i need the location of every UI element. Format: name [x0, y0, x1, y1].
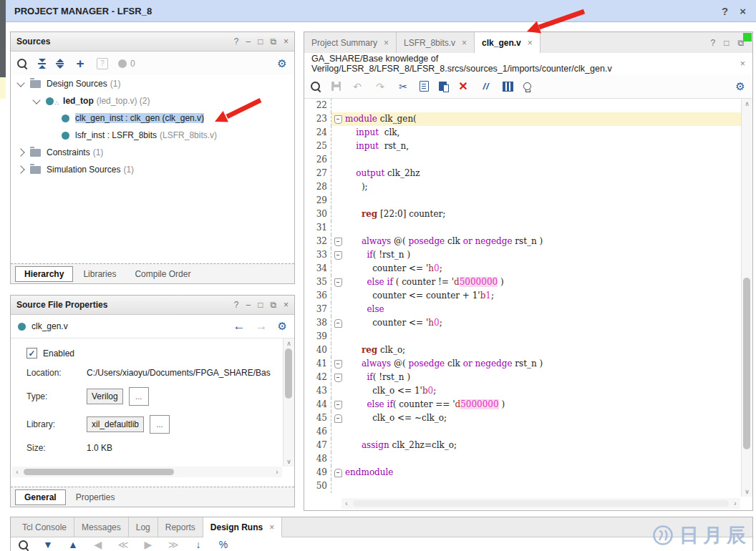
help-icon[interactable]: ?	[710, 38, 715, 48]
code-line[interactable]: 27 output clk_2hz	[304, 167, 742, 180]
code-line[interactable]: 35 else if ( counter != 'd5000000 )	[304, 276, 742, 289]
code-area[interactable]: 2223module clk_gen(24 input clk,25 input…	[304, 99, 742, 497]
code-line[interactable]: 41 always @( posedge clk or negedge rst_…	[304, 357, 742, 371]
tree-expander-icon[interactable]	[32, 96, 40, 104]
cut-icon[interactable]: ✂	[397, 80, 410, 93]
code-line[interactable]: 50	[304, 479, 742, 493]
tree-expander-icon[interactable]	[16, 148, 24, 156]
collapse-icon[interactable]: ▲	[67, 540, 79, 550]
maximize-icon[interactable]: □	[258, 300, 263, 310]
fold-toggle-icon[interactable]	[334, 115, 342, 124]
float-icon[interactable]: ⧉	[270, 300, 276, 310]
fold-toggle-icon[interactable]	[334, 401, 342, 409]
code-line[interactable]: 46	[304, 425, 742, 439]
properties-vertical-scrollbar[interactable]: ∧ ∨	[283, 338, 294, 467]
tab-close-icon[interactable]: ×	[269, 522, 274, 532]
code-line[interactable]: 48	[304, 452, 742, 466]
more-button[interactable]: ...	[129, 387, 149, 406]
tree-item[interactable]: Constraints(1)	[11, 144, 294, 161]
fold-toggle-icon[interactable]	[334, 360, 342, 369]
redo-icon[interactable]: ↷	[374, 80, 387, 93]
close-icon[interactable]: ×	[284, 36, 289, 47]
filter-icon[interactable]: ▼	[42, 540, 54, 550]
columns-icon[interactable]	[503, 82, 513, 92]
code-line[interactable]: 40 reg clk_o;	[304, 343, 742, 357]
add-sources-icon[interactable]: +	[74, 57, 87, 70]
code-line[interactable]: 28 );	[304, 180, 742, 194]
save-icon[interactable]	[331, 82, 341, 91]
bottom-tab-tcl-console[interactable]: Tcl Console	[15, 517, 74, 537]
tab-close-icon[interactable]: ×	[528, 38, 533, 48]
tree-item[interactable]: ∴led_top(led_top.v) (2)	[11, 92, 294, 109]
expand-all-icon[interactable]	[56, 59, 64, 69]
search-icon[interactable]	[310, 81, 321, 92]
code-line[interactable]: 44 else if( counter == 'd5000000 )	[304, 398, 742, 411]
comment-icon[interactable]: //	[480, 80, 493, 93]
status-badge[interactable]: 0	[118, 59, 135, 69]
property-input[interactable]: Verilog	[87, 389, 123, 404]
properties-panel-header[interactable]: Source File Properties ?–□⧉×	[11, 296, 294, 315]
editor-tab-project-summary[interactable]: Project Summary×	[304, 32, 397, 53]
step-back-icon[interactable]: ◀	[92, 540, 105, 550]
code-line[interactable]: 31	[304, 221, 742, 235]
code-line[interactable]: 45 clk_o <= ~clk_o;	[304, 411, 742, 425]
tab-properties[interactable]: Properties	[67, 490, 124, 504]
code-line[interactable]: 30 reg [22:0] counter;	[304, 208, 742, 221]
minimize-icon[interactable]: –	[246, 36, 251, 47]
tab-general[interactable]: General	[15, 489, 66, 505]
tree-item[interactable]: clk_gen_inst : clk_gen (clk_gen.v)	[11, 109, 294, 127]
code-line[interactable]: 38 counter <= 'h0;	[304, 316, 742, 330]
code-line[interactable]: 43 clk_o <= 1'b0;	[304, 384, 742, 398]
fold-toggle-icon[interactable]	[334, 319, 342, 328]
down-icon[interactable]: ↓	[192, 540, 205, 550]
tree-expander-icon[interactable]	[16, 165, 24, 173]
code-line[interactable]: 39	[304, 330, 742, 343]
percent-icon[interactable]: %	[217, 540, 230, 550]
copy-icon[interactable]	[420, 81, 429, 92]
maximize-icon[interactable]: □	[724, 38, 729, 48]
editor-vertical-scrollbar[interactable]: ∧ ∨	[741, 99, 752, 497]
code-line[interactable]: 32 always @( posedge clk or negedge rst_…	[304, 235, 742, 248]
code-line[interactable]: 26	[304, 153, 742, 167]
code-line[interactable]: 25 input rst_n,	[304, 140, 742, 153]
code-line[interactable]: 33 if( !rst_n )	[304, 248, 742, 262]
bottom-tab-reports[interactable]: Reports	[158, 517, 203, 537]
properties-settings-icon[interactable]: ⚙	[278, 320, 287, 333]
code-line[interactable]: 23module clk_gen(	[304, 112, 742, 126]
tab-hierarchy[interactable]: Hierarchy	[15, 266, 73, 282]
maximize-icon[interactable]: □	[258, 36, 263, 47]
tab-close-icon[interactable]: ×	[462, 38, 467, 48]
tab-compile-order[interactable]: Compile Order	[126, 267, 199, 281]
search-icon[interactable]	[16, 58, 28, 69]
editor-horizontal-scrollbar[interactable]: ‹ ›	[341, 498, 740, 509]
forward-arrow-icon[interactable]: →	[256, 319, 268, 333]
properties-horizontal-scrollbar[interactable]: ‹ ›	[12, 467, 282, 477]
help-icon[interactable]: ?	[722, 5, 728, 17]
fold-toggle-icon[interactable]	[334, 414, 342, 423]
close-icon[interactable]: ×	[284, 300, 289, 310]
undo-icon[interactable]: ↶	[351, 80, 364, 93]
path-close-icon[interactable]: ×	[740, 59, 745, 69]
enabled-checkbox[interactable]: ✓	[26, 348, 37, 359]
fold-toggle-icon[interactable]	[334, 238, 342, 246]
tab-close-icon[interactable]: ×	[384, 38, 389, 48]
back-arrow-icon[interactable]: ←	[233, 319, 246, 333]
search-icon[interactable]	[18, 540, 29, 551]
close-icon[interactable]: ×	[740, 5, 746, 17]
code-line[interactable]: 37 else	[304, 303, 742, 316]
code-line[interactable]: 49endmodule	[304, 466, 742, 479]
tree-expander-icon[interactable]	[16, 79, 24, 87]
bottom-tab-design-runs[interactable]: Design Runs×	[203, 517, 282, 537]
fold-toggle-icon[interactable]	[334, 251, 342, 260]
fold-toggle-icon[interactable]	[334, 469, 342, 477]
settings-icon[interactable]: ⚙	[734, 80, 747, 93]
settings-icon[interactable]: ⚙	[276, 57, 289, 70]
float-icon[interactable]: ⧉	[270, 36, 276, 47]
lightbulb-icon[interactable]	[523, 82, 531, 90]
editor-tab-lsfr-8bits-v[interactable]: LSFR_8bits.v×	[397, 32, 475, 53]
paste-icon[interactable]	[439, 82, 447, 91]
code-line[interactable]: 34 counter <= 'h0;	[304, 262, 742, 276]
forward-icon[interactable]: ≫	[167, 540, 180, 550]
code-line[interactable]: 29	[304, 194, 742, 208]
minimize-icon[interactable]: –	[246, 300, 251, 310]
